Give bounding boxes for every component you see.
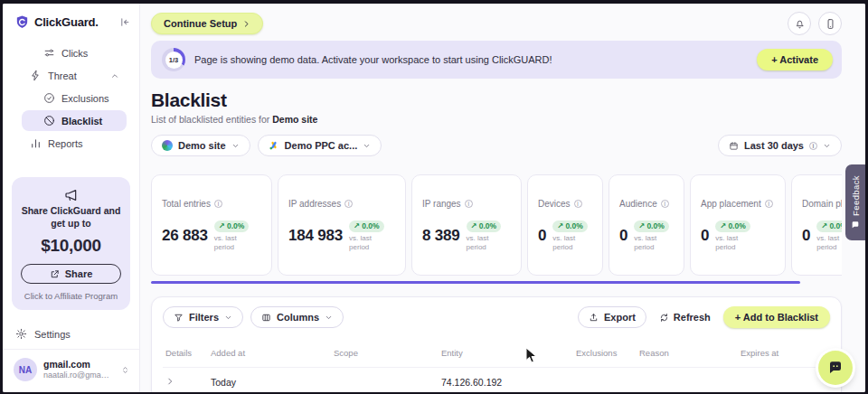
trend-up-icon: ↗ — [638, 221, 645, 230]
chevron-down-icon — [823, 142, 831, 150]
feedback-chat-icon — [851, 220, 860, 230]
ppc-account-dropdown[interactable]: Demo PPC ac... — [258, 135, 382, 156]
filters-button[interactable]: Filters — [163, 306, 243, 328]
vs-period-label: vs. last period — [552, 234, 590, 251]
columns-button[interactable]: Columns — [250, 306, 344, 328]
stat-card-audience: Audience 0 ↗0.0% vs. last period — [609, 174, 684, 276]
chat-bubble-icon — [827, 360, 844, 376]
chevron-down-icon — [363, 142, 371, 150]
activate-button[interactable]: + Activate — [757, 49, 833, 70]
trend-up-icon: ↗ — [471, 221, 477, 230]
clickguard-shield-logo-icon — [14, 14, 30, 30]
info-icon[interactable] — [214, 200, 222, 208]
trend-up-icon: ↗ — [219, 221, 225, 230]
google-ads-icon — [269, 140, 279, 151]
chevron-updown-icon[interactable] — [120, 365, 130, 375]
sidebar-item-label: Blacklist — [61, 116, 102, 127]
stat-value: 0 — [538, 227, 546, 245]
delta-badge: ↗0.0% — [467, 220, 502, 232]
export-button-label: Export — [604, 312, 636, 323]
page-subtitle: List of blacklisted entities for Demo si… — [151, 114, 842, 125]
refresh-button-label: Refresh — [674, 312, 711, 323]
horizontal-scrollbar — [151, 281, 842, 284]
info-icon[interactable] — [465, 200, 473, 208]
stat-label: Audience — [619, 199, 657, 209]
delta-value: 0.0% — [479, 221, 496, 230]
page-subtitle-text: List of blacklisted entities for — [151, 114, 269, 125]
page-title: Blacklist — [151, 89, 842, 111]
sidebar-item-clicks[interactable]: Clicks — [22, 42, 127, 63]
stat-card-app-placement: App placement 0 ↗0.0% vs. last period — [690, 174, 786, 276]
block-circle-icon — [43, 115, 55, 127]
devices-button[interactable] — [818, 12, 842, 35]
scope-filter-row: Demo site Demo PPC ac... Last 30 days — [151, 135, 842, 156]
user-email: naatali.ro@gmail.com — [43, 371, 110, 380]
promo-line2: get up to — [21, 217, 121, 230]
delta-badge: ↗0.0% — [816, 220, 842, 232]
stat-value: 0 — [802, 227, 810, 245]
col-header-exclusions: Exclusions — [576, 348, 639, 358]
horizontal-scrollbar-thumb[interactable] — [151, 281, 800, 284]
delta-badge: ↗0.0% — [634, 220, 669, 232]
stat-label: Devices — [538, 199, 571, 209]
refresh-button[interactable]: Refresh — [654, 307, 716, 327]
sidebar-item-label: Threat — [48, 70, 77, 81]
user-meta: gmail.com naatali.ro@gmail.com — [43, 359, 110, 380]
sidebar-item-threat[interactable]: Threat — [22, 65, 127, 86]
demo-data-banner: 1/3 Page is showing demo data. Activate … — [151, 41, 842, 79]
share-button[interactable]: Share — [21, 264, 121, 284]
stat-label: IP addresses — [288, 199, 341, 209]
sidebar: ClickGuard. Clicks Threat — [3, 4, 140, 392]
export-button[interactable]: Export — [578, 306, 646, 328]
share-button-label: Share — [65, 268, 93, 279]
table-row[interactable]: Today 74.126.60.192 — [163, 368, 830, 392]
add-to-blacklist-button[interactable]: + Add to Blacklist — [723, 306, 830, 328]
date-range-label: Last 30 days — [744, 140, 804, 151]
sliders-icon — [43, 47, 55, 59]
ppc-account-label: Demo PPC ac... — [285, 140, 358, 151]
feedback-label: Feedback — [851, 175, 861, 216]
refresh-icon — [659, 313, 669, 323]
chevron-down-icon — [325, 314, 333, 322]
promo-line1: Share ClickGuard and — [21, 204, 121, 217]
funnel-icon — [174, 313, 184, 323]
sidebar-item-exclusions[interactable]: Exclusions — [22, 88, 127, 108]
info-icon[interactable] — [765, 200, 773, 208]
columns-icon — [261, 313, 271, 323]
blacklist-table-panel: Filters Columns — [151, 296, 842, 392]
vs-period-label: vs. last period — [634, 234, 672, 251]
site-favicon-icon — [162, 140, 173, 151]
chevron-up-icon — [110, 71, 119, 80]
feedback-tab[interactable]: Feedback — [845, 164, 865, 240]
notifications-bell-button[interactable] — [788, 12, 811, 35]
main-content: Continue Setup 1/3 — [140, 4, 865, 392]
delta-badge: ↗0.0% — [214, 220, 250, 232]
chevron-right-icon — [242, 20, 250, 28]
col-header-details: Details — [165, 348, 211, 358]
continue-setup-button[interactable]: Continue Setup — [151, 13, 263, 34]
site-selector-dropdown[interactable]: Demo site — [151, 135, 250, 156]
sidebar-collapse-icon[interactable] — [118, 16, 130, 28]
megaphone-icon — [21, 188, 121, 204]
affiliate-promo-card: Share ClickGuard and get up to $10,000 S… — [12, 177, 130, 310]
promo-footer-link[interactable]: Click to Affiliate Program — [21, 291, 121, 301]
avatar: NA — [14, 358, 37, 381]
promo-amount: $10,000 — [21, 236, 121, 256]
sidebar-item-reports[interactable]: Reports — [22, 133, 127, 154]
user-account-row[interactable]: NA gmail.com naatali.ro@gmail.com — [3, 349, 139, 392]
share-icon — [50, 269, 60, 279]
check-circle-icon — [43, 92, 55, 104]
info-icon[interactable] — [574, 200, 582, 208]
chevron-down-icon — [231, 142, 240, 150]
sidebar-item-settings[interactable]: Settings — [3, 320, 139, 349]
topbar: Continue Setup — [151, 4, 842, 41]
info-icon[interactable] — [661, 200, 669, 208]
date-range-dropdown[interactable]: Last 30 days — [718, 135, 842, 156]
stats-card-row: Total entries 26 883 ↗0.0% vs. last peri… — [151, 174, 842, 276]
stat-value: 0 — [701, 227, 709, 245]
info-icon[interactable] — [344, 200, 353, 208]
chat-widget-button[interactable] — [818, 351, 853, 385]
row-details-toggle[interactable] — [165, 377, 211, 388]
col-header-added-at: Added at — [211, 348, 334, 358]
sidebar-item-blacklist[interactable]: Blacklist — [22, 110, 127, 131]
